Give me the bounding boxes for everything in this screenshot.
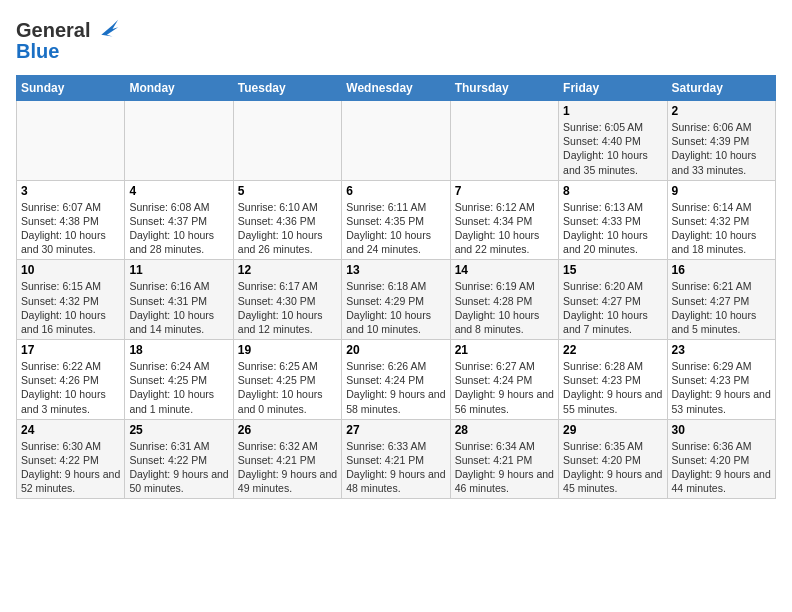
day-number: 5 <box>238 184 337 198</box>
calendar-cell: 15Sunrise: 6:20 AM Sunset: 4:27 PM Dayli… <box>559 260 667 340</box>
calendar-cell: 23Sunrise: 6:29 AM Sunset: 4:23 PM Dayli… <box>667 340 775 420</box>
day-number: 25 <box>129 423 228 437</box>
day-number: 3 <box>21 184 120 198</box>
calendar-cell <box>17 101 125 181</box>
col-header-wednesday: Wednesday <box>342 76 450 101</box>
day-number: 16 <box>672 263 771 277</box>
day-info: Sunrise: 6:20 AM Sunset: 4:27 PM Dayligh… <box>563 279 662 336</box>
calendar-cell: 25Sunrise: 6:31 AM Sunset: 4:22 PM Dayli… <box>125 419 233 499</box>
calendar-cell: 20Sunrise: 6:26 AM Sunset: 4:24 PM Dayli… <box>342 340 450 420</box>
calendar-cell: 10Sunrise: 6:15 AM Sunset: 4:32 PM Dayli… <box>17 260 125 340</box>
calendar-cell: 5Sunrise: 6:10 AM Sunset: 4:36 PM Daylig… <box>233 180 341 260</box>
day-info: Sunrise: 6:34 AM Sunset: 4:21 PM Dayligh… <box>455 439 554 496</box>
calendar-header-row: SundayMondayTuesdayWednesdayThursdayFrid… <box>17 76 776 101</box>
calendar-cell: 27Sunrise: 6:33 AM Sunset: 4:21 PM Dayli… <box>342 419 450 499</box>
day-number: 13 <box>346 263 445 277</box>
day-number: 26 <box>238 423 337 437</box>
calendar-cell <box>125 101 233 181</box>
day-info: Sunrise: 6:10 AM Sunset: 4:36 PM Dayligh… <box>238 200 337 257</box>
day-info: Sunrise: 6:27 AM Sunset: 4:24 PM Dayligh… <box>455 359 554 416</box>
day-info: Sunrise: 6:33 AM Sunset: 4:21 PM Dayligh… <box>346 439 445 496</box>
calendar-cell: 14Sunrise: 6:19 AM Sunset: 4:28 PM Dayli… <box>450 260 558 340</box>
calendar-week-row: 1Sunrise: 6:05 AM Sunset: 4:40 PM Daylig… <box>17 101 776 181</box>
day-number: 17 <box>21 343 120 357</box>
day-number: 19 <box>238 343 337 357</box>
day-number: 20 <box>346 343 445 357</box>
day-number: 7 <box>455 184 554 198</box>
calendar-cell: 17Sunrise: 6:22 AM Sunset: 4:26 PM Dayli… <box>17 340 125 420</box>
calendar-week-row: 17Sunrise: 6:22 AM Sunset: 4:26 PM Dayli… <box>17 340 776 420</box>
calendar-cell: 2Sunrise: 6:06 AM Sunset: 4:39 PM Daylig… <box>667 101 775 181</box>
day-number: 15 <box>563 263 662 277</box>
calendar-cell: 22Sunrise: 6:28 AM Sunset: 4:23 PM Dayli… <box>559 340 667 420</box>
day-info: Sunrise: 6:15 AM Sunset: 4:32 PM Dayligh… <box>21 279 120 336</box>
day-number: 12 <box>238 263 337 277</box>
calendar-cell: 4Sunrise: 6:08 AM Sunset: 4:37 PM Daylig… <box>125 180 233 260</box>
day-number: 23 <box>672 343 771 357</box>
col-header-friday: Friday <box>559 76 667 101</box>
calendar-cell: 3Sunrise: 6:07 AM Sunset: 4:38 PM Daylig… <box>17 180 125 260</box>
day-info: Sunrise: 6:35 AM Sunset: 4:20 PM Dayligh… <box>563 439 662 496</box>
calendar-week-row: 10Sunrise: 6:15 AM Sunset: 4:32 PM Dayli… <box>17 260 776 340</box>
calendar-table: SundayMondayTuesdayWednesdayThursdayFrid… <box>16 75 776 499</box>
day-info: Sunrise: 6:31 AM Sunset: 4:22 PM Dayligh… <box>129 439 228 496</box>
calendar-cell: 21Sunrise: 6:27 AM Sunset: 4:24 PM Dayli… <box>450 340 558 420</box>
day-info: Sunrise: 6:18 AM Sunset: 4:29 PM Dayligh… <box>346 279 445 336</box>
day-info: Sunrise: 6:21 AM Sunset: 4:27 PM Dayligh… <box>672 279 771 336</box>
calendar-cell: 12Sunrise: 6:17 AM Sunset: 4:30 PM Dayli… <box>233 260 341 340</box>
col-header-saturday: Saturday <box>667 76 775 101</box>
day-number: 6 <box>346 184 445 198</box>
calendar-cell: 24Sunrise: 6:30 AM Sunset: 4:22 PM Dayli… <box>17 419 125 499</box>
day-number: 22 <box>563 343 662 357</box>
logo-bird-icon <box>92 16 120 44</box>
calendar-cell <box>342 101 450 181</box>
day-number: 8 <box>563 184 662 198</box>
day-number: 27 <box>346 423 445 437</box>
calendar-cell: 18Sunrise: 6:24 AM Sunset: 4:25 PM Dayli… <box>125 340 233 420</box>
day-number: 24 <box>21 423 120 437</box>
day-info: Sunrise: 6:28 AM Sunset: 4:23 PM Dayligh… <box>563 359 662 416</box>
day-info: Sunrise: 6:24 AM Sunset: 4:25 PM Dayligh… <box>129 359 228 416</box>
day-info: Sunrise: 6:19 AM Sunset: 4:28 PM Dayligh… <box>455 279 554 336</box>
day-info: Sunrise: 6:16 AM Sunset: 4:31 PM Dayligh… <box>129 279 228 336</box>
logo: General Blue <box>16 16 120 63</box>
calendar-cell: 13Sunrise: 6:18 AM Sunset: 4:29 PM Dayli… <box>342 260 450 340</box>
calendar-cell: 6Sunrise: 6:11 AM Sunset: 4:35 PM Daylig… <box>342 180 450 260</box>
calendar-cell: 28Sunrise: 6:34 AM Sunset: 4:21 PM Dayli… <box>450 419 558 499</box>
day-number: 2 <box>672 104 771 118</box>
day-number: 9 <box>672 184 771 198</box>
day-info: Sunrise: 6:22 AM Sunset: 4:26 PM Dayligh… <box>21 359 120 416</box>
calendar-week-row: 24Sunrise: 6:30 AM Sunset: 4:22 PM Dayli… <box>17 419 776 499</box>
day-info: Sunrise: 6:13 AM Sunset: 4:33 PM Dayligh… <box>563 200 662 257</box>
day-info: Sunrise: 6:14 AM Sunset: 4:32 PM Dayligh… <box>672 200 771 257</box>
day-info: Sunrise: 6:26 AM Sunset: 4:24 PM Dayligh… <box>346 359 445 416</box>
calendar-cell <box>233 101 341 181</box>
day-info: Sunrise: 6:11 AM Sunset: 4:35 PM Dayligh… <box>346 200 445 257</box>
calendar-cell: 1Sunrise: 6:05 AM Sunset: 4:40 PM Daylig… <box>559 101 667 181</box>
day-number: 21 <box>455 343 554 357</box>
calendar-cell: 7Sunrise: 6:12 AM Sunset: 4:34 PM Daylig… <box>450 180 558 260</box>
col-header-thursday: Thursday <box>450 76 558 101</box>
calendar-cell: 9Sunrise: 6:14 AM Sunset: 4:32 PM Daylig… <box>667 180 775 260</box>
day-number: 14 <box>455 263 554 277</box>
calendar-week-row: 3Sunrise: 6:07 AM Sunset: 4:38 PM Daylig… <box>17 180 776 260</box>
day-info: Sunrise: 6:32 AM Sunset: 4:21 PM Dayligh… <box>238 439 337 496</box>
day-info: Sunrise: 6:30 AM Sunset: 4:22 PM Dayligh… <box>21 439 120 496</box>
calendar-cell: 11Sunrise: 6:16 AM Sunset: 4:31 PM Dayli… <box>125 260 233 340</box>
day-info: Sunrise: 6:12 AM Sunset: 4:34 PM Dayligh… <box>455 200 554 257</box>
calendar-cell: 16Sunrise: 6:21 AM Sunset: 4:27 PM Dayli… <box>667 260 775 340</box>
day-info: Sunrise: 6:17 AM Sunset: 4:30 PM Dayligh… <box>238 279 337 336</box>
svg-marker-0 <box>102 20 119 37</box>
logo-general-text: General <box>16 19 90 42</box>
calendar-cell <box>450 101 558 181</box>
col-header-monday: Monday <box>125 76 233 101</box>
day-number: 4 <box>129 184 228 198</box>
col-header-sunday: Sunday <box>17 76 125 101</box>
day-number: 30 <box>672 423 771 437</box>
calendar-cell: 30Sunrise: 6:36 AM Sunset: 4:20 PM Dayli… <box>667 419 775 499</box>
day-number: 29 <box>563 423 662 437</box>
day-info: Sunrise: 6:25 AM Sunset: 4:25 PM Dayligh… <box>238 359 337 416</box>
calendar-cell: 29Sunrise: 6:35 AM Sunset: 4:20 PM Dayli… <box>559 419 667 499</box>
calendar-cell: 19Sunrise: 6:25 AM Sunset: 4:25 PM Dayli… <box>233 340 341 420</box>
day-info: Sunrise: 6:06 AM Sunset: 4:39 PM Dayligh… <box>672 120 771 177</box>
